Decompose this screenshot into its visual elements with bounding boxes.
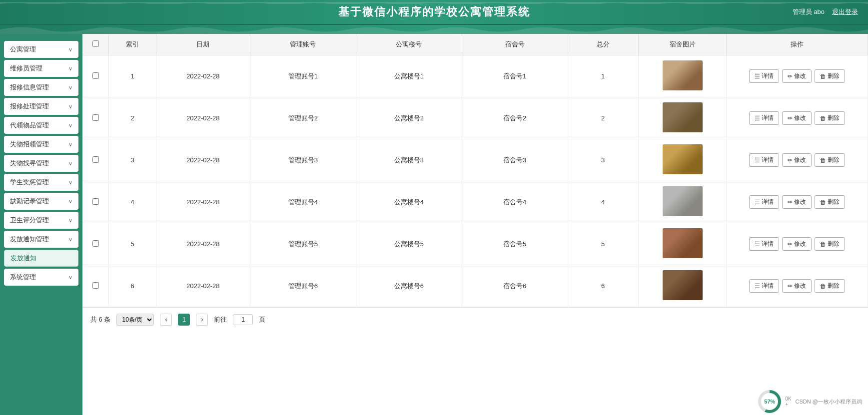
detail-button[interactable]: ☰ 详情: [749, 111, 779, 125]
delete-button[interactable]: 🗑 删除: [815, 195, 845, 209]
delete-icon: 🗑: [820, 115, 826, 122]
chevron-down-icon: ∨: [68, 65, 72, 72]
page-title: 基于微信小程序的学校公寓管理系统: [338, 4, 530, 19]
sidebar-item-student-award-mgmt[interactable]: 学生奖惩管理 ∨: [4, 174, 78, 191]
sidebar-item-system-mgmt[interactable]: 系统管理 ∨: [4, 269, 78, 286]
chevron-down-icon: ∨: [68, 198, 72, 205]
row-checkbox[interactable]: [92, 114, 99, 121]
row-index: 4: [109, 181, 156, 223]
sidebar-item-repair-info-mgmt[interactable]: 报修信息管理 ∨: [4, 79, 78, 96]
bottom-bar: 57% 0K + CSDN @一枚小小程序员鸡: [752, 388, 868, 415]
row-dorm-image-cell: [638, 265, 727, 307]
dorm-image: [663, 60, 703, 90]
progress-text: 57%: [764, 399, 775, 405]
delete-button[interactable]: 🗑 删除: [815, 237, 845, 251]
detail-button[interactable]: ☰ 详情: [749, 69, 779, 83]
row-actions-cell: ☰ 详情 ✏ 修改 🗑 删除: [727, 223, 868, 265]
row-checkbox-cell: [82, 97, 109, 139]
edit-button[interactable]: ✏ 修改: [782, 279, 812, 293]
next-page-button[interactable]: ›: [196, 314, 208, 326]
col-apartment-no: 公寓楼号: [356, 34, 462, 55]
sidebar-label-apartment-mgmt: 公寓管理: [10, 45, 36, 54]
sidebar-item-repair-process-mgmt[interactable]: 报修处理管理 ∨: [4, 98, 78, 115]
sidebar-label-notice-mgmt: 发放通知管理: [10, 235, 49, 244]
sidebar-item-notice-mgmt[interactable]: 发放通知管理 ∨: [4, 231, 78, 248]
edit-button[interactable]: ✏ 修改: [782, 195, 812, 209]
row-dorm-image-cell: [638, 139, 727, 181]
detail-icon: ☰: [755, 73, 760, 80]
per-page-select[interactable]: 10条/页 20条/页 50条/页: [116, 314, 154, 326]
sidebar-item-maintainer-mgmt[interactable]: 维修员管理 ∨: [4, 60, 78, 77]
edit-icon: ✏: [788, 283, 793, 290]
row-checkbox[interactable]: [92, 198, 99, 205]
sidebar-item-apartment-mgmt[interactable]: 公寓管理 ∨: [4, 41, 78, 58]
prev-page-button[interactable]: ‹: [160, 314, 172, 326]
watermark-text: CSDN @一枚小小程序员鸡: [796, 398, 862, 406]
delete-button[interactable]: 🗑 删除: [815, 279, 845, 293]
sidebar-item-absence-record-mgmt[interactable]: 缺勤记录管理 ∨: [4, 193, 78, 210]
dorm-image: [663, 144, 703, 174]
row-date: 2022-02-28: [156, 181, 250, 223]
row-apartment-no: 公寓楼号2: [356, 97, 462, 139]
delete-icon: 🗑: [820, 73, 826, 80]
sidebar: 公寓管理 ∨ 维修员管理 ∨ 报修信息管理 ∨ 报修处理管理 ∨ 代领物品管理 …: [0, 34, 82, 415]
delete-button[interactable]: 🗑 删除: [815, 153, 845, 167]
row-index: 1: [109, 55, 156, 97]
delete-button[interactable]: 🗑 删除: [815, 111, 845, 125]
row-actions-cell: ☰ 详情 ✏ 修改 🗑 删除: [727, 265, 868, 307]
sidebar-item-lost-search-mgmt[interactable]: 失物找寻管理 ∨: [4, 155, 78, 172]
delete-icon: 🗑: [820, 157, 826, 164]
action-buttons: ☰ 详情 ✏ 修改 🗑 删除: [731, 279, 864, 293]
detail-button[interactable]: ☰ 详情: [749, 237, 779, 251]
action-buttons: ☰ 详情 ✏ 修改 🗑 删除: [731, 195, 864, 209]
table-row: 3 2022-02-28 管理账号3 公寓楼号3 宿舍号3 3 ☰ 详情 ✏ 修…: [82, 139, 868, 181]
edit-button[interactable]: ✏ 修改: [782, 237, 812, 251]
table-header-row: 索引 日期 管理账号 公寓楼号 宿舍号 总分 宿舍图片 操作: [82, 34, 868, 55]
data-table: 索引 日期 管理账号 公寓楼号 宿舍号 总分 宿舍图片 操作 1 2022-02…: [82, 34, 868, 307]
detail-button[interactable]: ☰ 详情: [749, 153, 779, 167]
table-container: 索引 日期 管理账号 公寓楼号 宿舍号 总分 宿舍图片 操作 1 2022-02…: [82, 34, 868, 332]
row-manager-account: 管理账号1: [250, 55, 356, 97]
detail-button[interactable]: ☰ 详情: [749, 195, 779, 209]
page-goto-input[interactable]: [233, 314, 253, 325]
sidebar-sublabel-notice: 发放通知: [10, 254, 36, 262]
page-1-button[interactable]: 1: [178, 314, 190, 326]
sidebar-item-hygiene-score-mgmt[interactable]: 卫生评分管理 ∨: [4, 212, 78, 229]
edit-button[interactable]: ✏ 修改: [782, 111, 812, 125]
row-checkbox[interactable]: [92, 240, 99, 247]
edit-button[interactable]: ✏ 修改: [782, 69, 812, 83]
row-checkbox[interactable]: [92, 282, 99, 289]
chevron-down-icon: ∨: [68, 103, 72, 110]
sidebar-item-items-collection-mgmt[interactable]: 代领物品管理 ∨: [4, 117, 78, 134]
row-dorm-no: 宿舍号4: [462, 181, 568, 223]
sidebar-item-lost-found-mgmt[interactable]: 失物招领管理 ∨: [4, 136, 78, 153]
select-all-checkbox[interactable]: [92, 40, 99, 47]
sidebar-label-system-mgmt: 系统管理: [10, 273, 36, 282]
row-apartment-no: 公寓楼号3: [356, 139, 462, 181]
table-row: 2 2022-02-28 管理账号2 公寓楼号2 宿舍号2 2 ☰ 详情 ✏ 修…: [82, 97, 868, 139]
row-checkbox[interactable]: [92, 156, 99, 163]
detail-icon: ☰: [755, 283, 760, 290]
dorm-image: [663, 186, 703, 216]
delete-button[interactable]: 🗑 删除: [815, 69, 845, 83]
page-unit-label: 页: [259, 315, 265, 324]
chevron-down-icon: ∨: [68, 236, 72, 243]
edit-button[interactable]: ✏ 修改: [782, 153, 812, 167]
sidebar-subitem-notice[interactable]: 发放通知: [4, 250, 78, 267]
row-dorm-image-cell: [638, 181, 727, 223]
col-date: 日期: [156, 34, 250, 55]
chevron-down-icon: ∨: [68, 217, 72, 224]
sidebar-label-absence-record-mgmt: 缺勤记录管理: [10, 197, 49, 206]
row-dorm-no: 宿舍号3: [462, 139, 568, 181]
detail-button[interactable]: ☰ 详情: [749, 279, 779, 293]
action-buttons: ☰ 详情 ✏ 修改 🗑 删除: [731, 153, 864, 167]
detail-icon: ☰: [755, 199, 760, 206]
row-total-score: 6: [568, 265, 638, 307]
row-checkbox-cell: [82, 265, 109, 307]
logout-button[interactable]: 退出登录: [832, 7, 858, 16]
admin-label: 管理员 abo: [793, 7, 825, 16]
row-actions-cell: ☰ 详情 ✏ 修改 🗑 删除: [727, 97, 868, 139]
row-date: 2022-02-28: [156, 265, 250, 307]
row-checkbox[interactable]: [92, 72, 99, 79]
edit-icon: ✏: [788, 157, 793, 164]
